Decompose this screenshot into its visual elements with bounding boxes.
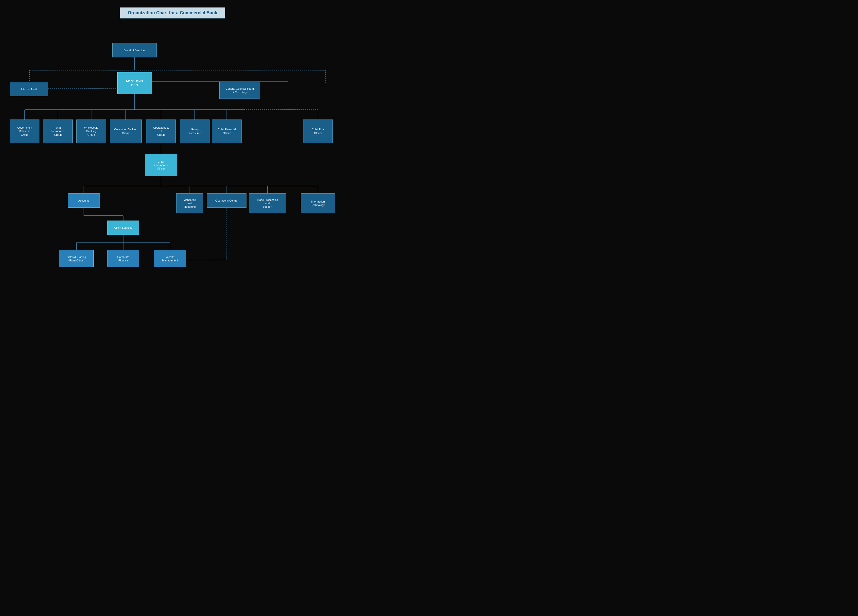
node-corporate-finance: Corporate Finance — [107, 250, 139, 267]
node-operations-it: Operations & IT Group — [146, 119, 176, 143]
node-gov-relations: Government Relations Group — [10, 119, 39, 143]
connectors — [5, 28, 340, 270]
node-consumer-banking: Consumer Banking Group — [110, 119, 142, 143]
node-operations-control: Operations Control — [207, 194, 247, 208]
node-board: Board of Directors — [112, 43, 157, 57]
node-internal-audit: Internal Audit — [10, 82, 48, 96]
node-coo: Chief Operations Officer — [145, 154, 177, 176]
node-information-technology: Information Technology — [301, 194, 335, 213]
node-accounts: Accounts — [68, 194, 100, 208]
node-sales-trading: Sales & Trading (Front Office) — [59, 250, 94, 267]
node-cfo: Chief Financial Officer — [212, 119, 242, 143]
org-chart: Board of Directors Internal Audit Mark D… — [5, 28, 340, 270]
node-client-services: Client Services — [107, 220, 139, 235]
node-monitoring: Monitoring and Reporting — [176, 194, 204, 213]
node-cro: Chief Risk Officer — [303, 119, 333, 143]
chart-title: Organization Chart for a Commercial Bank — [127, 10, 217, 16]
chart-title-box: Organization Chart for a Commercial Bank — [120, 8, 225, 19]
node-hr-group: Human Resources Group — [43, 119, 73, 143]
node-group-treasurer: Group Treasurer — [180, 119, 210, 143]
node-ceo: Mark Davis CEO — [117, 72, 152, 95]
node-wholesale-banking: Wholeseale Banking Group — [76, 119, 106, 143]
node-trade-processing: Trade Processing and Support — [249, 194, 286, 213]
node-general-counsel: General Counsel Board & Secretary — [219, 82, 260, 99]
node-wealth-management: Wealth Management — [154, 250, 186, 267]
